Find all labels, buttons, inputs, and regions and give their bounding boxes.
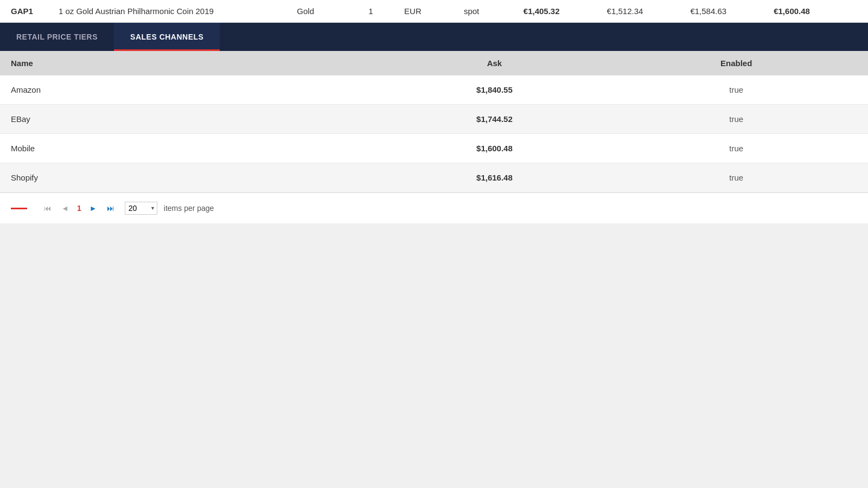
current-page-number: 1 — [75, 204, 84, 213]
first-page-button[interactable]: ⏮ — [40, 201, 55, 216]
next-page-button[interactable]: ► — [86, 201, 101, 216]
table-row: EBay $1,744.52 true — [0, 105, 868, 134]
product-price1: €1,405.32 — [524, 7, 607, 16]
per-page-wrapper: 10 20 50 100 — [125, 202, 157, 215]
product-price-type: spot — [464, 7, 524, 16]
table-row: Amazon $1,840.55 true — [0, 75, 868, 105]
product-id: GAP1 — [11, 7, 59, 16]
per-page-select-container: 10 20 50 100 — [125, 202, 157, 215]
table-row: Mobile $1,600.48 true — [0, 134, 868, 163]
product-price2: €1,512.34 — [607, 7, 691, 16]
row-ebay-ask: $1,744.52 — [374, 114, 616, 124]
product-price3: €1,584.63 — [690, 7, 774, 16]
product-row: GAP1 1 oz Gold Austrian Philharmonic Coi… — [0, 0, 868, 23]
tab-retail-price-tiers[interactable]: RETAIL PRICE TIERS — [0, 23, 114, 51]
row-mobile-ask: $1,600.48 — [374, 144, 616, 153]
row-shopify-name: Shopify — [11, 173, 374, 182]
table-row: Shopify $1,616.48 true — [0, 163, 868, 192]
row-ebay-name: EBay — [11, 114, 374, 124]
product-name: 1 oz Gold Austrian Philharmonic Coin 201… — [59, 7, 297, 16]
row-mobile-name: Mobile — [11, 144, 374, 153]
row-shopify-enabled: true — [615, 173, 857, 182]
pagination-bar: ⏮ ◄ 1 ► ⏭ 10 20 50 100 items per page — [0, 192, 868, 223]
sales-channels-table: Name Ask Enabled Amazon $1,840.55 true E… — [0, 51, 868, 223]
col-header-name: Name — [11, 59, 374, 68]
row-amazon-name: Amazon — [11, 85, 374, 94]
row-ebay-enabled: true — [615, 114, 857, 124]
product-type: Gold — [297, 7, 368, 16]
items-per-page-label: items per page — [164, 204, 214, 213]
row-mobile-enabled: true — [615, 144, 857, 153]
product-price4: €1,600.48 — [774, 7, 857, 16]
col-header-enabled: Enabled — [615, 59, 857, 68]
row-shopify-ask: $1,616.48 — [374, 173, 616, 182]
last-page-button[interactable]: ⏭ — [103, 201, 118, 216]
col-header-ask: Ask — [374, 59, 616, 68]
product-currency: EUR — [404, 7, 464, 16]
row-amazon-ask: $1,840.55 — [374, 85, 616, 94]
tab-sales-channels[interactable]: SALES CHANNELS — [114, 23, 220, 51]
per-page-dropdown[interactable]: 10 20 50 100 — [125, 202, 157, 215]
tabs-bar: RETAIL PRICE TIERS SALES CHANNELS — [0, 23, 868, 51]
prev-page-button[interactable]: ◄ — [58, 201, 73, 216]
table-header: Name Ask Enabled — [0, 51, 868, 75]
red-underline-decoration — [11, 208, 27, 209]
product-quantity: 1 — [368, 7, 404, 16]
row-amazon-enabled: true — [615, 85, 857, 94]
